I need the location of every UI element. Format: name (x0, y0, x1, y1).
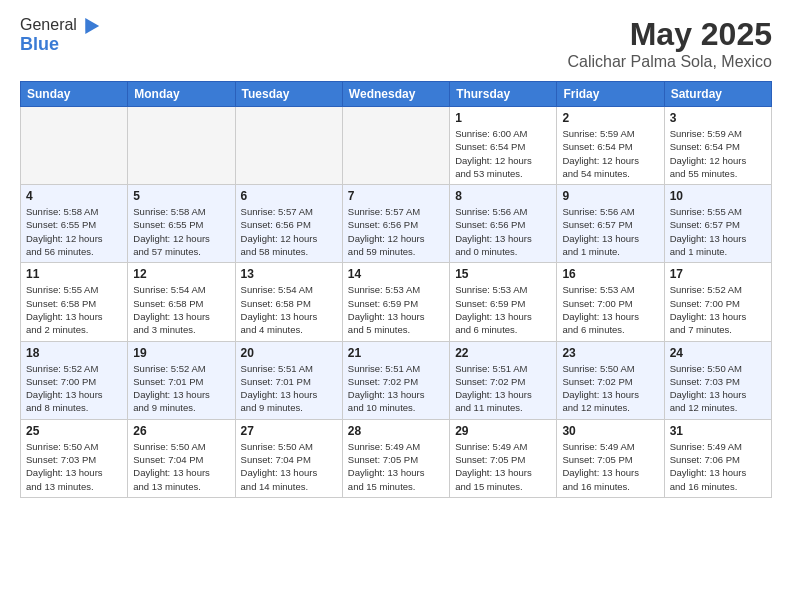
calendar-cell: 13Sunrise: 5:54 AMSunset: 6:58 PMDayligh… (235, 263, 342, 341)
calendar-cell: 9Sunrise: 5:56 AMSunset: 6:57 PMDaylight… (557, 185, 664, 263)
cell-info-text: Sunrise: 5:55 AMSunset: 6:57 PMDaylight:… (670, 205, 766, 258)
cell-info-text: Sunrise: 5:49 AMSunset: 7:05 PMDaylight:… (455, 440, 551, 493)
cell-date-number: 14 (348, 267, 444, 281)
calendar-cell: 27Sunrise: 5:50 AMSunset: 7:04 PMDayligh… (235, 419, 342, 497)
week-row-4: 18Sunrise: 5:52 AMSunset: 7:00 PMDayligh… (21, 341, 772, 419)
cell-date-number: 21 (348, 346, 444, 360)
cell-info-text: Sunrise: 5:50 AMSunset: 7:04 PMDaylight:… (241, 440, 337, 493)
cell-info-text: Sunrise: 5:51 AMSunset: 7:01 PMDaylight:… (241, 362, 337, 415)
cell-info-text: Sunrise: 5:58 AMSunset: 6:55 PMDaylight:… (26, 205, 122, 258)
cell-date-number: 19 (133, 346, 229, 360)
cell-date-number: 28 (348, 424, 444, 438)
header: General Blue May 2025 Calichar Palma Sol… (20, 16, 772, 71)
calendar-cell: 23Sunrise: 5:50 AMSunset: 7:02 PMDayligh… (557, 341, 664, 419)
cell-info-text: Sunrise: 5:56 AMSunset: 6:57 PMDaylight:… (562, 205, 658, 258)
col-thursday: Thursday (450, 82, 557, 107)
cell-info-text: Sunrise: 5:49 AMSunset: 7:05 PMDaylight:… (562, 440, 658, 493)
cell-info-text: Sunrise: 5:54 AMSunset: 6:58 PMDaylight:… (133, 283, 229, 336)
calendar-cell: 7Sunrise: 5:57 AMSunset: 6:56 PMDaylight… (342, 185, 449, 263)
cell-date-number: 1 (455, 111, 551, 125)
week-row-2: 4Sunrise: 5:58 AMSunset: 6:55 PMDaylight… (21, 185, 772, 263)
calendar-cell: 12Sunrise: 5:54 AMSunset: 6:58 PMDayligh… (128, 263, 235, 341)
calendar-cell (21, 107, 128, 185)
calendar-cell: 21Sunrise: 5:51 AMSunset: 7:02 PMDayligh… (342, 341, 449, 419)
main-title: May 2025 (567, 16, 772, 53)
cell-info-text: Sunrise: 5:50 AMSunset: 7:03 PMDaylight:… (670, 362, 766, 415)
calendar-cell: 18Sunrise: 5:52 AMSunset: 7:00 PMDayligh… (21, 341, 128, 419)
calendar-cell: 16Sunrise: 5:53 AMSunset: 7:00 PMDayligh… (557, 263, 664, 341)
week-row-3: 11Sunrise: 5:55 AMSunset: 6:58 PMDayligh… (21, 263, 772, 341)
cell-info-text: Sunrise: 5:51 AMSunset: 7:02 PMDaylight:… (348, 362, 444, 415)
week-row-5: 25Sunrise: 5:50 AMSunset: 7:03 PMDayligh… (21, 419, 772, 497)
cell-date-number: 2 (562, 111, 658, 125)
calendar-cell: 29Sunrise: 5:49 AMSunset: 7:05 PMDayligh… (450, 419, 557, 497)
subtitle: Calichar Palma Sola, Mexico (567, 53, 772, 71)
cell-info-text: Sunrise: 5:57 AMSunset: 6:56 PMDaylight:… (241, 205, 337, 258)
calendar-cell: 25Sunrise: 5:50 AMSunset: 7:03 PMDayligh… (21, 419, 128, 497)
cell-info-text: Sunrise: 5:54 AMSunset: 6:58 PMDaylight:… (241, 283, 337, 336)
cell-date-number: 25 (26, 424, 122, 438)
calendar-cell: 6Sunrise: 5:57 AMSunset: 6:56 PMDaylight… (235, 185, 342, 263)
calendar-cell: 24Sunrise: 5:50 AMSunset: 7:03 PMDayligh… (664, 341, 771, 419)
logo-icon (78, 14, 99, 34)
cell-info-text: Sunrise: 5:52 AMSunset: 7:01 PMDaylight:… (133, 362, 229, 415)
calendar-cell: 11Sunrise: 5:55 AMSunset: 6:58 PMDayligh… (21, 263, 128, 341)
calendar-cell: 10Sunrise: 5:55 AMSunset: 6:57 PMDayligh… (664, 185, 771, 263)
cell-info-text: Sunrise: 5:53 AMSunset: 6:59 PMDaylight:… (455, 283, 551, 336)
page: General Blue May 2025 Calichar Palma Sol… (0, 0, 792, 612)
cell-date-number: 24 (670, 346, 766, 360)
cell-info-text: Sunrise: 5:53 AMSunset: 6:59 PMDaylight:… (348, 283, 444, 336)
calendar-cell: 28Sunrise: 5:49 AMSunset: 7:05 PMDayligh… (342, 419, 449, 497)
cell-date-number: 20 (241, 346, 337, 360)
cell-info-text: Sunrise: 5:52 AMSunset: 7:00 PMDaylight:… (670, 283, 766, 336)
col-monday: Monday (128, 82, 235, 107)
calendar-header-row: Sunday Monday Tuesday Wednesday Thursday… (21, 82, 772, 107)
cell-date-number: 22 (455, 346, 551, 360)
logo-text-blue: Blue (20, 34, 59, 55)
cell-info-text: Sunrise: 5:57 AMSunset: 6:56 PMDaylight:… (348, 205, 444, 258)
week-row-1: 1Sunrise: 6:00 AMSunset: 6:54 PMDaylight… (21, 107, 772, 185)
cell-date-number: 9 (562, 189, 658, 203)
col-tuesday: Tuesday (235, 82, 342, 107)
title-block: May 2025 Calichar Palma Sola, Mexico (567, 16, 772, 71)
cell-date-number: 5 (133, 189, 229, 203)
cell-date-number: 26 (133, 424, 229, 438)
logo-text-general: General (20, 16, 77, 34)
cell-date-number: 13 (241, 267, 337, 281)
calendar-cell: 1Sunrise: 6:00 AMSunset: 6:54 PMDaylight… (450, 107, 557, 185)
calendar-cell: 15Sunrise: 5:53 AMSunset: 6:59 PMDayligh… (450, 263, 557, 341)
cell-date-number: 11 (26, 267, 122, 281)
cell-info-text: Sunrise: 5:59 AMSunset: 6:54 PMDaylight:… (670, 127, 766, 180)
cell-date-number: 15 (455, 267, 551, 281)
col-sunday: Sunday (21, 82, 128, 107)
calendar-cell: 30Sunrise: 5:49 AMSunset: 7:05 PMDayligh… (557, 419, 664, 497)
calendar-cell: 4Sunrise: 5:58 AMSunset: 6:55 PMDaylight… (21, 185, 128, 263)
cell-date-number: 16 (562, 267, 658, 281)
cell-info-text: Sunrise: 5:53 AMSunset: 7:00 PMDaylight:… (562, 283, 658, 336)
cell-date-number: 27 (241, 424, 337, 438)
calendar-cell (128, 107, 235, 185)
cell-info-text: Sunrise: 5:52 AMSunset: 7:00 PMDaylight:… (26, 362, 122, 415)
cell-info-text: Sunrise: 5:56 AMSunset: 6:56 PMDaylight:… (455, 205, 551, 258)
cell-date-number: 30 (562, 424, 658, 438)
calendar-cell (235, 107, 342, 185)
cell-info-text: Sunrise: 5:58 AMSunset: 6:55 PMDaylight:… (133, 205, 229, 258)
calendar-cell: 8Sunrise: 5:56 AMSunset: 6:56 PMDaylight… (450, 185, 557, 263)
calendar-cell: 20Sunrise: 5:51 AMSunset: 7:01 PMDayligh… (235, 341, 342, 419)
cell-date-number: 23 (562, 346, 658, 360)
calendar-cell: 5Sunrise: 5:58 AMSunset: 6:55 PMDaylight… (128, 185, 235, 263)
col-wednesday: Wednesday (342, 82, 449, 107)
col-friday: Friday (557, 82, 664, 107)
calendar-cell: 14Sunrise: 5:53 AMSunset: 6:59 PMDayligh… (342, 263, 449, 341)
calendar-cell: 19Sunrise: 5:52 AMSunset: 7:01 PMDayligh… (128, 341, 235, 419)
calendar-cell: 26Sunrise: 5:50 AMSunset: 7:04 PMDayligh… (128, 419, 235, 497)
col-saturday: Saturday (664, 82, 771, 107)
cell-date-number: 6 (241, 189, 337, 203)
calendar-cell: 2Sunrise: 5:59 AMSunset: 6:54 PMDaylight… (557, 107, 664, 185)
cell-info-text: Sunrise: 5:49 AMSunset: 7:05 PMDaylight:… (348, 440, 444, 493)
cell-date-number: 10 (670, 189, 766, 203)
cell-date-number: 7 (348, 189, 444, 203)
calendar-table: Sunday Monday Tuesday Wednesday Thursday… (20, 81, 772, 498)
cell-info-text: Sunrise: 5:55 AMSunset: 6:58 PMDaylight:… (26, 283, 122, 336)
cell-date-number: 3 (670, 111, 766, 125)
